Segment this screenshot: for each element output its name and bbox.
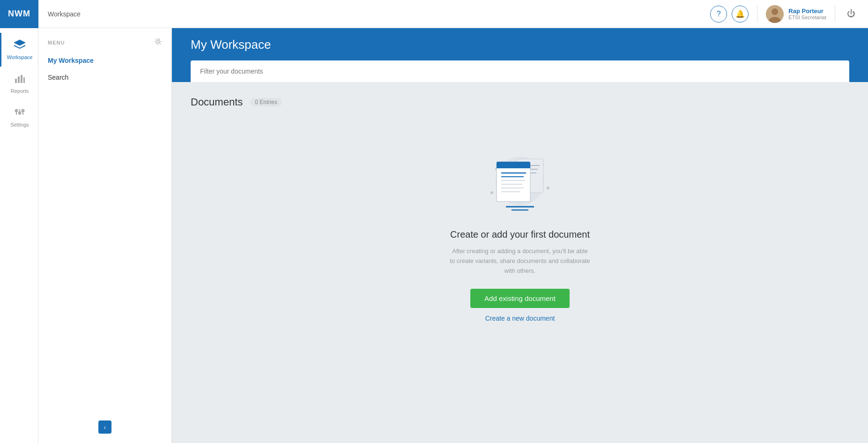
bell-icon: 🔔 <box>735 9 745 18</box>
svg-rect-4 <box>15 79 17 83</box>
collapse-button[interactable]: ‹ <box>98 420 111 434</box>
left-nav: Workspace Reports <box>0 28 38 443</box>
sidebar-item-settings-label: Settings <box>10 122 29 128</box>
user-role: ETSI Secretariat <box>788 15 826 20</box>
sliders-icon <box>15 107 25 120</box>
add-existing-document-button[interactable]: Add existing document <box>470 289 570 308</box>
bar-chart-icon <box>15 73 25 86</box>
gear-icon[interactable] <box>154 38 162 47</box>
menu-label: MENU <box>48 40 65 45</box>
user-area[interactable]: Rap Porteur ETSI Secretariat <box>766 5 826 23</box>
power-icon: ⏻ <box>847 9 855 19</box>
empty-state-description: After creating or adding a document, you… <box>450 247 590 276</box>
top-header: NWM Workspace ? 🔔 Rap Porteur ETSI Secre… <box>0 0 868 28</box>
sub-nav-item-search[interactable]: Search <box>38 69 171 86</box>
svg-point-19 <box>490 191 493 194</box>
create-new-document-link[interactable]: Create a new document <box>485 315 555 322</box>
document-filter-input[interactable] <box>200 68 840 75</box>
sub-nav-item-my-workspace[interactable]: My Workspace <box>38 52 171 69</box>
content-area: My Workspace Documents 0 Entries <box>172 28 868 443</box>
sub-nav-search-label: Search <box>48 74 68 81</box>
documents-title: Documents <box>191 96 243 108</box>
notifications-button[interactable]: 🔔 <box>732 6 749 23</box>
sidebar-item-settings[interactable]: Settings <box>0 100 38 134</box>
logo-area: NWM <box>0 0 38 28</box>
header-divider-2 <box>835 6 835 23</box>
search-bar-container <box>191 60 849 82</box>
logout-button[interactable]: ⏻ <box>844 7 859 22</box>
sidebar-item-workspace-label: Workspace <box>7 54 33 60</box>
documents-area: Documents 0 Entries <box>172 82 868 443</box>
empty-state-heading: Create or add your first document <box>450 229 590 240</box>
doc-illustration-svg <box>482 141 557 216</box>
header-actions: ? 🔔 Rap Porteur ETSI Secretariat ⏻ <box>710 5 868 23</box>
page-title: My Workspace <box>191 38 849 52</box>
sub-nav-my-workspace-label: My Workspace <box>48 57 94 64</box>
svg-point-18 <box>547 187 549 189</box>
logo-text: NWM <box>8 9 30 19</box>
user-info: Rap Porteur ETSI Secretariat <box>788 8 826 20</box>
layers-icon <box>14 39 26 53</box>
breadcrumb: Workspace <box>38 10 710 18</box>
avatar <box>766 5 784 23</box>
svg-point-14 <box>157 40 160 43</box>
chevron-left-icon: ‹ <box>104 424 106 431</box>
svg-rect-26 <box>497 165 530 168</box>
avatar-image <box>766 5 784 23</box>
svg-point-1 <box>772 8 778 15</box>
help-button[interactable]: ? <box>710 6 727 23</box>
user-name: Rap Porteur <box>788 8 826 15</box>
sub-nav: MENU My Workspace Search ‹ <box>38 28 172 443</box>
content-header: My Workspace <box>172 28 868 82</box>
documents-header: Documents 0 Entries <box>191 96 849 108</box>
header-divider <box>757 6 757 23</box>
empty-illustration <box>482 141 557 216</box>
svg-rect-7 <box>23 77 25 83</box>
svg-rect-6 <box>21 75 22 83</box>
sidebar-item-reports-label: Reports <box>11 88 29 94</box>
svg-marker-3 <box>14 40 25 45</box>
main-layout: Workspace Reports <box>0 28 868 443</box>
sidebar-item-workspace[interactable]: Workspace <box>0 33 38 67</box>
sub-nav-header: MENU <box>38 28 171 52</box>
sidebar-item-reports[interactable]: Reports <box>0 67 38 100</box>
svg-rect-5 <box>18 76 20 83</box>
entries-badge: 0 Entries <box>250 98 282 106</box>
empty-state: Create or add your first document After … <box>191 122 849 350</box>
help-icon: ? <box>717 10 721 18</box>
